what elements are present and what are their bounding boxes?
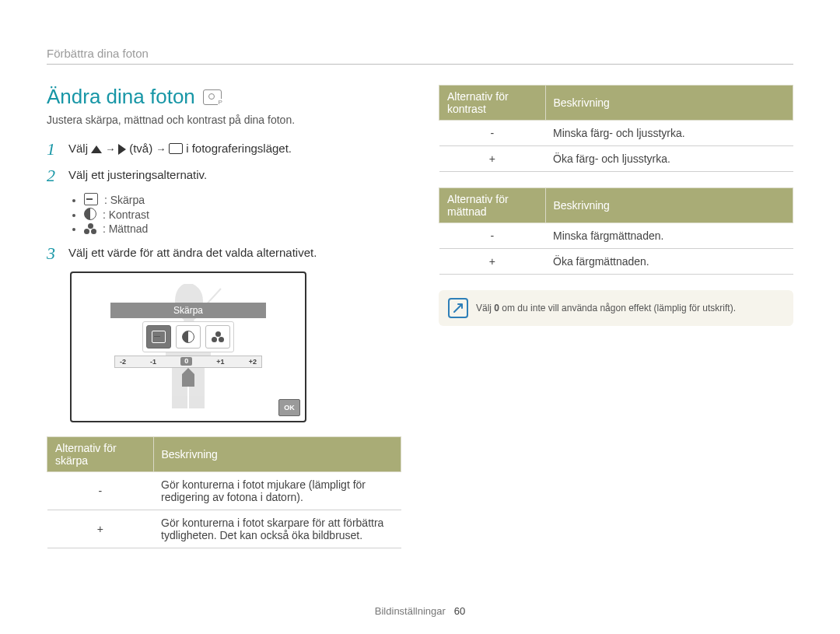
mode-badge-letter: P: [218, 99, 222, 106]
option-symbol: +: [439, 249, 546, 275]
note-icon: [448, 298, 468, 318]
saturation-icon: [84, 223, 96, 234]
option-description: Minska färg- och ljusstyrka.: [545, 121, 793, 146]
bullet-label: : Skärpa: [104, 194, 145, 206]
option-symbol: -: [47, 471, 154, 510]
option-description: Minska färgmättnaden.: [545, 223, 793, 249]
right-triangle-icon: [118, 144, 126, 155]
step-2: 2 Välj ett justeringsalternativ.: [47, 166, 401, 185]
tick-zero: 0: [180, 357, 192, 366]
option-symbol: +: [47, 510, 154, 548]
table-header: Beskrivning: [545, 86, 793, 121]
arrow-right-icon: →: [105, 143, 118, 155]
title-text: Ändra dina foton: [47, 85, 195, 109]
table-row: - Gör konturerna i fotot mjukare (lämpli…: [47, 471, 401, 510]
left-column: Ändra dina foton P Justera skärpa, mättn…: [47, 85, 401, 564]
screen-illustration: Skärpa -2 -1 0: [70, 271, 306, 422]
tick-minus-2: -2: [120, 358, 126, 366]
saturation-icon: [212, 331, 224, 342]
table-header: Alternativ för skärpa: [47, 436, 154, 471]
bullet-label: : Mättnad: [103, 222, 148, 235]
step-1-suffix: i fotograferingsläget.: [186, 142, 292, 155]
step-1-prefix: Välj: [68, 142, 91, 155]
page-number: 60: [454, 605, 465, 617]
page-footer: Bildinställningar 60: [0, 605, 840, 617]
arrow-right-icon-2: →: [156, 143, 169, 155]
table-row: + Öka färgmättnaden.: [439, 249, 793, 275]
option-symbol: +: [439, 146, 546, 172]
contrast-icon: [182, 331, 194, 343]
option-symbol: -: [439, 121, 546, 146]
contrast-option-table: Alternativ för kontrast Beskrivning - Mi…: [439, 85, 793, 172]
page-title: Ändra dina foton P: [47, 85, 401, 109]
step-number: 1: [47, 140, 61, 159]
option-description: Gör konturerna i fotot mjukare (lämpligt…: [153, 471, 401, 510]
tick-plus-1: +1: [216, 358, 224, 366]
step-2-text: Välj ett justeringsalternativ.: [68, 166, 207, 185]
note-box: Välj 0 om du inte vill använda någon eff…: [439, 290, 793, 326]
table-header: Beskrivning: [153, 436, 401, 471]
option-symbol: -: [439, 223, 546, 249]
sharpness-icon: [152, 331, 166, 343]
adjust-icon: [169, 143, 183, 154]
tick-minus-1: -1: [150, 358, 156, 366]
header-rule: Förbättra dina foton: [47, 47, 793, 65]
footer-section: Bildinställningar: [375, 605, 446, 617]
table-header: Beskrivning: [545, 188, 793, 223]
camera-mode-p-icon: P: [203, 89, 222, 105]
step-number: 2: [47, 166, 61, 185]
option-description: Öka färg- och ljusstyrka.: [545, 146, 793, 172]
intro-text: Justera skärpa, mättnad och kontrast på …: [47, 114, 401, 126]
contrast-toggle[interactable]: [176, 325, 201, 349]
illus-label: Skärpa: [110, 303, 266, 318]
table-row: - Minska färgmättnaden.: [439, 223, 793, 249]
scale-track[interactable]: -2 -1 0 +1 +2: [114, 356, 262, 368]
adjust-options-list: : Skärpa : Kontrast : Mättnad: [70, 193, 401, 235]
bullet-label: : Kontrast: [103, 208, 149, 221]
sharpness-icon: [84, 193, 98, 205]
option-description: Gör konturerna i fotot skarpare för att …: [153, 510, 401, 548]
up-triangle-icon: [91, 145, 102, 153]
step-1-two: (två): [129, 142, 156, 155]
saturation-option-table: Alternativ för mättnad Beskrivning - Min…: [439, 187, 793, 275]
table-row: + Öka färg- och ljusstyrka.: [439, 146, 793, 172]
sharpness-option-table: Alternativ för skärpa Beskrivning - Gör …: [47, 436, 401, 548]
breadcrumb: Förbättra dina foton: [47, 47, 149, 60]
table-header: Alternativ för kontrast: [439, 86, 546, 121]
content-columns: Ändra dina foton P Justera skärpa, mättn…: [47, 85, 793, 564]
list-item: : Kontrast: [84, 208, 401, 221]
contrast-icon: [84, 208, 96, 220]
step-1: 1 Välj → (två) → i fotograferingsläget.: [47, 140, 401, 159]
saturation-toggle[interactable]: [205, 325, 230, 349]
table-row: - Minska färg- och ljusstyrka.: [439, 121, 793, 146]
step-3-text: Välj ett värde för att ändra det valda a…: [68, 244, 317, 263]
right-column: Alternativ för kontrast Beskrivning - Mi…: [439, 85, 793, 564]
list-item: : Mättnad: [84, 222, 401, 235]
step-1-text: Välj → (två) → i fotograferingsläget.: [68, 140, 292, 159]
note-post: om du inte vill använda någon effekt (lä…: [499, 303, 736, 313]
table-row: + Gör konturerna i fotot skarpare för at…: [47, 510, 401, 548]
option-description: Öka färgmättnaden.: [545, 249, 793, 275]
step-3: 3 Välj ett värde för att ändra det valda…: [47, 244, 401, 263]
note-text: Välj 0 om du inte vill använda någon eff…: [476, 303, 736, 313]
step-number: 3: [47, 244, 61, 263]
tick-plus-2: +2: [249, 358, 257, 366]
page: Förbättra dina foton Ändra dina foton P …: [0, 0, 840, 634]
value-scale: -2 -1 0 +1 +2: [114, 356, 262, 368]
sharpness-toggle[interactable]: [146, 325, 171, 349]
scale-pointer-icon: [180, 368, 196, 388]
adjust-toggle-group: [142, 321, 234, 352]
list-item: : Skärpa: [84, 193, 401, 206]
ok-button[interactable]: OK: [278, 399, 300, 416]
note-pre: Välj: [476, 303, 494, 313]
table-header: Alternativ för mättnad: [439, 188, 546, 223]
